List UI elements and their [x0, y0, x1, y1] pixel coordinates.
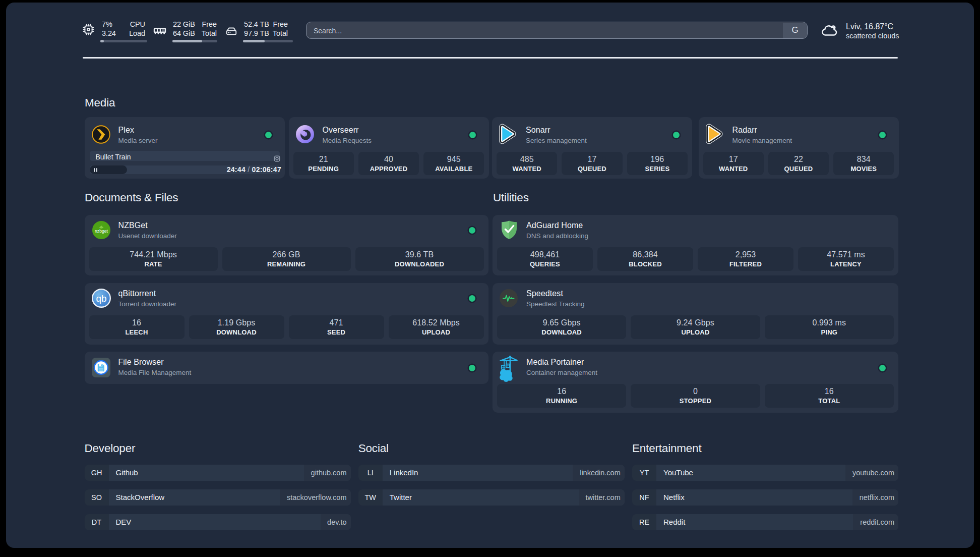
- svg-text:nzbget: nzbget: [95, 229, 108, 234]
- svg-text:qb: qb: [96, 293, 106, 304]
